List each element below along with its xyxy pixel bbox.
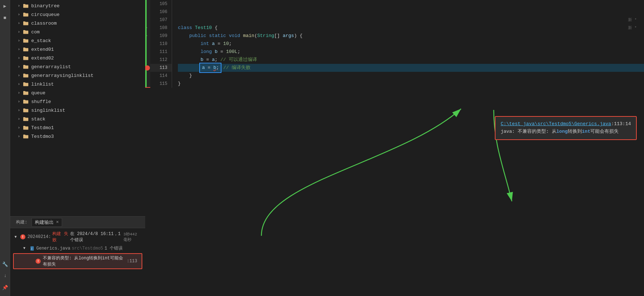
sidebar-item-singlinklist[interactable]: › singlinklist: [10, 106, 145, 115]
build-output-tab[interactable]: 构建输出 ×: [32, 218, 62, 227]
svg-text:J: J: [31, 247, 32, 250]
stop-icon[interactable]: ■: [1, 14, 9, 22]
close-brace-114: }: [189, 72, 192, 80]
line-numbers: 105 106 107 ▶ 108 ▶ 109 110: [150, 0, 172, 88]
chevron-icon: ›: [16, 20, 22, 26]
build-date: 在 2024/4/8 16:11，1 个错误: [70, 231, 123, 243]
sidebar-item-extend01[interactable]: › extend01: [10, 45, 145, 54]
chevron-icon: ›: [16, 81, 22, 87]
line-num-112: 112: [150, 56, 172, 64]
sidebar-item-stack[interactable]: › stack: [10, 115, 145, 123]
build-path: src\Testdmo5: [72, 246, 103, 251]
sidebar-item-classroom[interactable]: › classroom: [10, 19, 145, 28]
tree-item-label: generarraysinglinklist: [31, 73, 94, 78]
chevron-icon: ›: [16, 46, 22, 52]
pin-icon[interactable]: 📌: [1, 284, 9, 292]
indent-111: [178, 48, 200, 56]
scroll-indicator-red-1: [145, 87, 150, 88]
error-inline-icon: !: [36, 259, 41, 264]
semi-1: ;: [229, 40, 232, 48]
sub-expand-arrow-icon: ▼: [23, 246, 28, 250]
wrench-icon[interactable]: 🔧: [1, 260, 9, 268]
tab-close[interactable]: ×: [56, 219, 59, 225]
build-error-row[interactable]: ! 不兼容的类型: 从long转换到int可能会有损失 :113: [13, 253, 142, 269]
tree-item-label: e_stack: [31, 38, 51, 44]
comment-pass: // 可以通过编译: [220, 56, 257, 64]
code-line-112: b = a; // 可以通过编译: [178, 56, 644, 64]
sidebar-item-queue[interactable]: › queue: [10, 89, 145, 97]
tree-item-label: queue: [31, 90, 45, 96]
folder-icon: [23, 107, 29, 114]
tree-item-label: Testdmo1: [31, 125, 54, 131]
error-java-prefix: java: 不兼容的类型: 从: [501, 129, 556, 134]
sidebar-item-e_stack[interactable]: › e_stack: [10, 36, 145, 45]
indent-114: [178, 72, 189, 80]
indent-112: [178, 56, 200, 64]
sidebar-item-com[interactable]: › com: [10, 28, 145, 36]
breakpoint-icon: ⬤: [145, 64, 150, 72]
string-type: String: [257, 32, 274, 40]
line-num-108: ▶ 108: [150, 24, 172, 32]
build-file-row[interactable]: ▼ J Generics.java src\Testdmo5 1 个错误: [10, 244, 145, 252]
sidebar-item-circuqueue[interactable]: › circuqueue: [10, 10, 145, 19]
sidebar-item-generarraysinglinklist[interactable]: › generarraysinglinklist: [10, 71, 145, 80]
code-content[interactable]: 新 * class Test10 { 新 * public static voi…: [172, 0, 644, 88]
param-args: args: [283, 32, 294, 40]
sidebar-item-shuffle[interactable]: › shuffle: [10, 97, 145, 106]
expand-arrow-icon: ▼: [15, 235, 18, 239]
build-entry[interactable]: ▼ ! 20240214: 构建 失败 在 2024/4/8 16:11，1 个…: [10, 230, 145, 244]
arrow-builderror-to-code: [261, 109, 461, 236]
run-icon[interactable]: ▶: [1, 2, 9, 10]
chevron-icon: ›: [16, 29, 22, 35]
build-filename: Generics.java: [36, 246, 70, 251]
sidebar-item-binarytree[interactable]: › binarytree: [10, 1, 145, 10]
build-error-msg: 不兼容的类型: 从long转换到int可能会有损失: [43, 255, 127, 267]
tree-item-label: circuqueue: [31, 12, 60, 17]
main-editor-area: 105 106 107 ▶ 108 ▶ 109 110: [145, 0, 644, 296]
tree-item-label: classroom: [31, 21, 57, 26]
folder-icon: [23, 3, 29, 9]
code-line-106: [178, 8, 644, 16]
error-tooltip-box: C:\test_java\src\Testdmo5\Generics.java:…: [495, 116, 637, 140]
eq-4: =: [205, 65, 213, 70]
sidebar-item-generarraylist[interactable]: › generarraylist: [10, 62, 145, 71]
file-icon: J: [30, 246, 35, 251]
line-num-114: 114: [150, 72, 172, 80]
num-10: 10: [223, 40, 229, 48]
up-arrow-icon[interactable]: ↑: [1, 272, 9, 280]
green-scroll-bar: [145, 0, 147, 88]
semi-3: ;: [215, 56, 220, 64]
tree-item-label: extend02: [31, 56, 54, 61]
code-line-105: [178, 0, 644, 8]
folder-icon: [23, 116, 29, 122]
tab-label: 构建输出: [35, 219, 54, 226]
error-badge-icon: !: [20, 234, 25, 239]
code-editor: 105 106 107 ▶ 108 ▶ 109 110: [145, 0, 644, 88]
chevron-icon: ›: [16, 55, 22, 61]
line-num-106: 106: [150, 8, 172, 16]
line-num-107: 107: [150, 16, 172, 24]
method-main: main: [243, 32, 254, 40]
sidebar-item-testdmo3[interactable]: › Testdmo3: [10, 132, 145, 141]
semi-2: ;: [237, 48, 240, 56]
chevron-icon: ›: [16, 90, 22, 96]
chevron-icon: ›: [16, 38, 22, 44]
folder-icon: [23, 37, 29, 44]
kw-static: static: [209, 32, 229, 40]
kw-int-tooltip: int: [582, 129, 590, 134]
line-num-110: 110: [150, 40, 172, 48]
sidebar-item-linklist[interactable]: › linklist: [10, 80, 145, 89]
sidebar-item-extend02[interactable]: › extend02: [10, 54, 145, 62]
var-b2: b: [200, 56, 203, 64]
chevron-icon: ›: [16, 133, 22, 139]
file-path-link[interactable]: C:\test_java\src\Testdmo5\Generics.java: [501, 121, 611, 127]
sidebar-item-testdmo1[interactable]: › Testdmo1: [10, 123, 145, 132]
indent-110: [178, 40, 200, 48]
tree-item-label: stack: [31, 116, 45, 122]
build-errors-count: 1 个错误: [105, 245, 123, 251]
kw-int: int: [200, 40, 212, 48]
code-line-107: 新 *: [178, 16, 644, 24]
var-a: a: [212, 40, 215, 48]
code-line-109: public static void main(String[] args) {: [178, 32, 644, 40]
chevron-icon: ›: [16, 73, 22, 78]
